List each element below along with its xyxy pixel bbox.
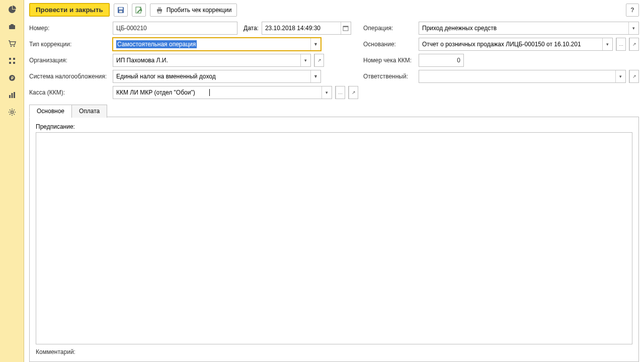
correction-type-label: Тип коррекции: [29,41,110,48]
sidebar-grid-icon[interactable] [0,52,24,69]
tax-system-label: Система налогообложения: [29,73,110,80]
save-button[interactable] [114,4,128,17]
form-right-column: Операция: Приход денежных средств ▾ Осно… [358,22,639,99]
dropdown-icon[interactable]: ▾ [628,22,638,34]
svg-rect-15 [119,8,123,10]
organization-select[interactable]: ИП Пахомова Л.И. ▾ [113,54,311,67]
svg-rect-12 [14,92,15,98]
comment-label: Комментарий: [36,348,632,355]
tax-system-select[interactable]: Единый налог на вмененный доход ▼ [113,70,321,83]
svg-rect-22 [343,26,348,27]
date-label: Дата: [244,25,259,32]
ellipsis-icon[interactable]: … [336,86,345,99]
svg-text:₽: ₽ [11,76,13,80]
tabs: Основное Оплата [29,104,639,117]
svg-rect-1 [11,24,14,26]
svg-rect-20 [158,11,161,13]
main-area: Провести и закрыть Пробить чек коррекции… [24,0,644,362]
print-correction-check-button[interactable]: Пробить чек коррекции [150,4,237,17]
dropdown-icon[interactable]: ▾ [300,54,310,66]
sidebar-bars-icon[interactable] [0,86,24,104]
post-and-close-button[interactable]: Провести и закрыть [29,3,110,17]
prescription-textarea[interactable] [36,132,632,344]
dropdown-icon[interactable]: ▼ [310,70,320,82]
calendar-icon[interactable] [341,22,351,34]
operation-select[interactable]: Приход денежных средств ▾ [419,22,639,35]
dropdown-icon[interactable]: ▾ [321,86,332,99]
tab-payment[interactable]: Оплата [71,105,107,118]
open-icon[interactable]: ↗ [629,38,638,50]
svg-rect-7 [13,62,15,64]
open-icon[interactable]: ↗ [629,70,638,82]
operation-label: Операция: [363,25,416,32]
svg-rect-5 [13,58,15,60]
prescription-label: Предписание: [36,123,632,130]
responsible-select[interactable]: ▾ [419,70,626,83]
correction-type-value: Самостоятельная операция [116,40,197,48]
number-label: Номер: [29,25,110,32]
sidebar-ruble-icon[interactable]: ₽ [0,69,24,86]
printer-icon [155,6,164,14]
sidebar-gear-icon[interactable] [0,104,24,121]
svg-rect-19 [158,7,161,9]
open-icon[interactable]: ↗ [349,86,358,99]
save-icon [117,6,125,14]
help-button[interactable]: ? [626,4,639,17]
svg-point-2 [10,46,12,47]
tab-panel: Предписание: Комментарий: [29,117,639,362]
svg-rect-0 [9,25,15,29]
basis-select[interactable]: Отчет о розничных продажах ЛИЦБ-000150 о… [419,38,613,51]
sidebar-pie-icon[interactable] [0,1,24,18]
form-header: Номер: ЦБ-000210 Дата: 23.10.2018 14:49:… [29,22,639,99]
dropdown-icon[interactable]: ▼ [310,38,320,50]
basis-label: Основание: [363,41,416,48]
text-cursor [209,89,210,96]
svg-point-13 [11,111,13,114]
svg-rect-6 [9,62,11,64]
sidebar-cart-icon[interactable] [0,35,24,52]
svg-rect-16 [119,11,122,13]
responsible-label: Ответственный: [363,73,416,80]
toolbar: Провести и закрыть Пробить чек коррекции… [29,3,639,17]
svg-rect-10 [9,95,11,98]
post-button[interactable] [132,4,146,17]
tab-main[interactable]: Основное [29,105,72,118]
dropdown-icon[interactable]: ▾ [602,38,612,50]
print-check-label: Пробить чек коррекции [167,7,232,14]
ellipsis-icon[interactable]: … [616,38,625,50]
svg-point-3 [13,46,15,47]
date-input[interactable]: 23.10.2018 14:49:30 [262,22,351,35]
kassa-label: Касса (ККМ): [29,89,110,96]
sidebar-briefcase-icon[interactable] [0,18,24,35]
number-input[interactable]: ЦБ-000210 [113,22,237,35]
form-left-column: Номер: ЦБ-000210 Дата: 23.10.2018 14:49:… [29,22,358,99]
post-icon [135,6,143,14]
dropdown-icon[interactable]: ▾ [615,70,625,82]
kkm-check-no-input[interactable]: 0 [419,54,464,67]
kassa-select[interactable]: ККМ ЛИ МКР (отдел "Обои") ▾ [113,86,332,99]
correction-type-select[interactable]: Самостоятельная операция ▼ [113,38,321,51]
organization-label: Организация: [29,57,110,64]
open-icon[interactable]: ↗ [314,54,324,66]
svg-rect-4 [9,58,11,60]
kkm-check-no-label: Номер чека ККМ: [363,57,416,64]
left-sidebar: ₽ [0,0,24,362]
svg-rect-11 [11,93,13,98]
